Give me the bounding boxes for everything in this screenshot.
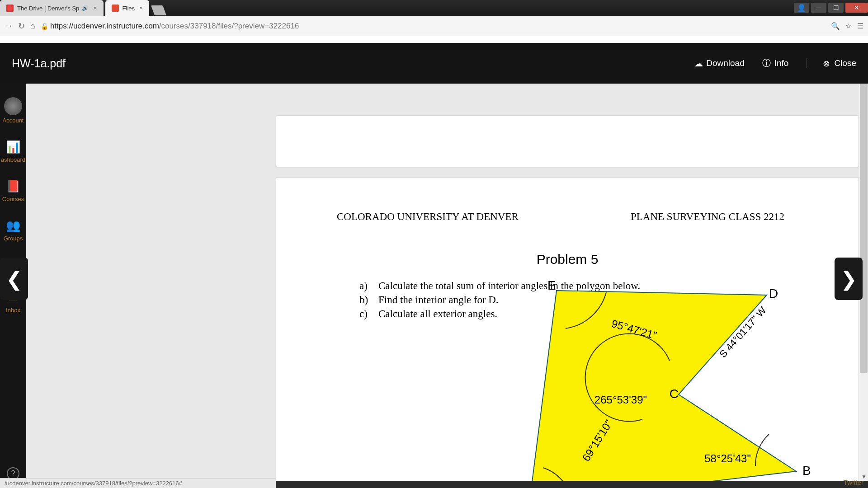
favicon-icon [6, 5, 14, 12]
q-letter: b) [359, 293, 368, 307]
vertex-label-e: E [547, 278, 556, 292]
polygon-figure: A B C D E 95°47'21" 265°53'39" 69°15'10"… [511, 282, 837, 481]
nav-courses[interactable]: 📕 Courses [2, 178, 24, 202]
download-label: Download [706, 58, 745, 68]
viewer-header: HW-1a.pdf ☁ Download ⓘ Info ⊗ Close [0, 43, 868, 84]
document-header: COLORADO UNIVERSITY AT DENVER PLANE SURV… [296, 211, 839, 223]
minimize-button[interactable]: ─ [811, 3, 826, 13]
forward-icon[interactable]: → [5, 21, 13, 31]
scrollbar-thumb[interactable] [860, 84, 868, 373]
window-controls: 👤 ─ ☐ ✕ [794, 3, 868, 13]
info-icon: ⓘ [763, 59, 771, 67]
courses-icon: 📕 [5, 178, 21, 194]
nav-label: Account [3, 117, 24, 124]
next-file-button[interactable]: ❯ [835, 258, 863, 300]
q-letter: a) [359, 279, 368, 293]
download-button[interactable]: ☁ Download [694, 58, 745, 68]
vertex-label-c: C [670, 387, 679, 401]
avatar-icon [4, 97, 22, 115]
prev-file-button[interactable]: ❮ [0, 258, 28, 300]
pdf-viewport[interactable]: COLORADO UNIVERSITY AT DENVER PLANE SURV… [26, 84, 868, 481]
menu-icon[interactable]: ☰ [857, 22, 863, 30]
q-letter: c) [359, 307, 368, 321]
pdf-page-prev [276, 115, 859, 167]
user-icon[interactable]: 👤 [794, 3, 809, 13]
home-icon[interactable]: ⌂ [30, 21, 35, 31]
q-text: Find the interior angle for D. [378, 293, 499, 307]
twitter-link[interactable]: Twitter [844, 479, 863, 486]
url-host: https://ucdenver.instructure.com [50, 22, 159, 31]
audio-icon[interactable]: 🔊 [82, 5, 89, 11]
q-text: Calculate all exterior angles. [378, 307, 497, 321]
close-button[interactable]: ⊗ Close [807, 58, 856, 68]
browser-chrome: The Drive | Denver's Sp 🔊 × Files × 👤 ─ … [0, 0, 868, 43]
tab-2[interactable]: Files × [105, 0, 150, 16]
close-icon[interactable]: × [139, 5, 143, 12]
address-bar: → ↻ ⌂ 🔒 https://ucdenver.instructure.com… [0, 16, 868, 36]
lock-icon: 🔒 [41, 23, 48, 30]
angle-label-b: 58°25'43" [704, 452, 751, 465]
angle-label-c: 265°53'39" [594, 394, 647, 406]
pages-container: COLORADO UNIVERSITY AT DENVER PLANE SURV… [276, 115, 859, 481]
tab-1[interactable]: The Drive | Denver's Sp 🔊 × [0, 0, 104, 16]
star-icon[interactable]: ☆ [845, 22, 852, 30]
tab-label: Files [123, 5, 135, 12]
doc-header-right: PLANE SURVEYING CLASS 2212 [631, 211, 784, 223]
info-label: Info [774, 58, 789, 68]
nav-label: Inbox [6, 307, 20, 314]
vertex-label-b: B [802, 464, 811, 478]
tab-label: The Drive | Denver's Sp [17, 5, 79, 12]
viewer-filename: HW-1a.pdf [12, 57, 694, 70]
url-path: /courses/337918/files/?preview=3222616 [159, 22, 299, 31]
maximize-button[interactable]: ☐ [828, 3, 844, 13]
doc-header-left: COLORADO UNIVERSITY AT DENVER [337, 211, 519, 223]
url-field[interactable]: 🔒 https://ucdenver.instructure.com/cours… [41, 22, 826, 31]
pdf-page-current: COLORADO UNIVERSITY AT DENVER PLANE SURV… [276, 177, 859, 481]
nav-dashboard[interactable]: 📊 ashboard [1, 139, 25, 163]
status-url: /ucdenver.instructure.com/courses/337918… [5, 480, 182, 487]
groups-icon: 👥 [5, 218, 21, 233]
close-icon: ⊗ [822, 59, 830, 67]
close-label: Close [834, 58, 856, 68]
close-icon[interactable]: × [93, 5, 97, 12]
status-bar: /ucdenver.instructure.com/courses/337918… [0, 478, 276, 488]
favicon-icon [112, 5, 119, 12]
addrbar-actions: 🔍 ☆ ☰ [831, 22, 863, 30]
tabstrip: The Drive | Denver's Sp 🔊 × Files × [0, 0, 165, 16]
vertex-label-d: D [769, 286, 778, 300]
new-tab-button[interactable] [151, 5, 166, 15]
titlebar: The Drive | Denver's Sp 🔊 × Files × 👤 ─ … [0, 0, 868, 16]
nav-groups[interactable]: 👥 Groups [4, 218, 23, 242]
window-close-button[interactable]: ✕ [845, 3, 868, 13]
nav-account[interactable]: Account [3, 97, 24, 124]
dashboard-icon: 📊 [5, 139, 21, 155]
viewer-actions: ☁ Download ⓘ Info ⊗ Close [694, 58, 856, 68]
reload-icon[interactable]: ↻ [18, 21, 25, 31]
zoom-icon[interactable]: 🔍 [831, 22, 840, 30]
nav-label: ashboard [1, 156, 25, 163]
nav-label: Groups [4, 235, 23, 242]
info-button[interactable]: ⓘ Info [763, 58, 789, 68]
nav-label: Courses [2, 196, 24, 202]
download-icon: ☁ [694, 59, 703, 67]
problem-title: Problem 5 [296, 252, 839, 267]
